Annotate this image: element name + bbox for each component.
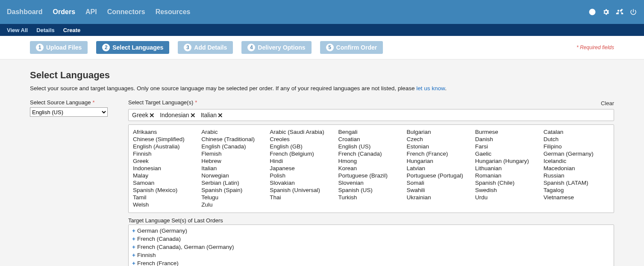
last-order-set[interactable]: +French (France) <box>132 259 610 266</box>
language-option[interactable]: Chinese (Traditional) <box>201 136 267 143</box>
language-option[interactable]: Czech <box>407 136 473 143</box>
language-option[interactable]: Bulgarian <box>407 128 473 136</box>
language-option[interactable]: Norwegian <box>201 172 267 179</box>
language-option[interactable]: Ukrainian <box>407 194 473 201</box>
language-option[interactable]: Hmong <box>338 157 404 165</box>
language-option[interactable]: Somali <box>407 179 473 186</box>
language-option[interactable]: Spanish (LATAM) <box>544 179 609 186</box>
topnav-item[interactable]: Orders <box>53 8 75 16</box>
language-option[interactable]: Spanish (Mexico) <box>133 186 199 194</box>
subnav-item[interactable]: Details <box>36 27 55 33</box>
last-order-set[interactable]: +French (Canada) <box>132 235 610 243</box>
language-option[interactable]: Arabic <box>201 128 267 136</box>
language-option[interactable]: German (Germany) <box>544 150 609 157</box>
last-order-set[interactable]: +French (Canada), German (Germany) <box>132 243 610 251</box>
step-button[interactable]: 1Upload Files <box>30 41 88 54</box>
language-option[interactable]: French (Canada) <box>338 150 404 157</box>
language-option[interactable]: Icelandic <box>544 157 609 165</box>
language-option[interactable]: French (France) <box>407 150 473 157</box>
language-option[interactable]: Hungarian (Hungary) <box>475 157 541 165</box>
language-option[interactable]: Malay <box>133 172 199 179</box>
language-option[interactable]: Spanish (Universal) <box>270 186 335 194</box>
last-order-set[interactable]: +German (Germany) <box>132 227 610 235</box>
language-option[interactable]: Gaelic <box>475 150 541 157</box>
language-option[interactable]: Telugu <box>201 194 267 201</box>
language-option[interactable]: Catalan <box>544 128 609 136</box>
subnav-item[interactable]: Create <box>63 27 80 33</box>
language-option[interactable]: Slovenian <box>338 179 404 186</box>
language-option[interactable]: Farsi <box>475 143 541 150</box>
step-button[interactable]: 4Delivery Options <box>241 41 311 54</box>
language-option[interactable]: Turkish <box>338 194 404 201</box>
language-option[interactable]: French (Belgium) <box>270 150 335 157</box>
language-option[interactable]: Danish <box>475 136 541 143</box>
language-option[interactable]: Latvian <box>407 165 473 172</box>
language-option[interactable]: English (Canada) <box>201 143 267 150</box>
language-option[interactable]: Spanish (Chile) <box>475 179 541 186</box>
language-option[interactable]: Burmese <box>475 128 541 136</box>
language-option[interactable]: Swedish <box>475 186 541 194</box>
language-option[interactable]: Thai <box>270 194 335 201</box>
language-option[interactable]: Romanian <box>475 172 541 179</box>
power-icon[interactable] <box>629 8 637 16</box>
language-option[interactable]: Croatian <box>338 136 404 143</box>
subnav-item[interactable]: View All <box>7 27 28 33</box>
selected-languages-box[interactable]: Greek✕Indonesian✕Italian✕ <box>128 109 614 121</box>
language-option[interactable]: Hindi <box>270 157 335 165</box>
language-option[interactable]: Afrikaans <box>133 128 199 136</box>
language-option[interactable]: Flemish <box>201 150 267 157</box>
language-option[interactable]: Portuguese (Portugal) <box>407 172 473 179</box>
language-option[interactable]: Welsh <box>133 201 199 208</box>
language-option[interactable]: Urdu <box>475 194 541 201</box>
language-option[interactable]: Polish <box>270 172 335 179</box>
step-button[interactable]: 2Select Languages <box>96 41 169 54</box>
language-option[interactable]: Hebrew <box>201 157 267 165</box>
remove-language-icon[interactable]: ✕ <box>218 112 223 118</box>
language-option[interactable]: Slovakian <box>270 179 335 186</box>
language-option[interactable]: Korean <box>338 165 404 172</box>
remove-language-icon[interactable]: ✕ <box>190 112 196 118</box>
language-option[interactable]: Tamil <box>133 194 199 201</box>
source-language-select[interactable]: English (US) <box>30 107 108 117</box>
plus-circle-icon[interactable] <box>588 8 596 16</box>
language-option[interactable]: Italian <box>201 165 267 172</box>
users-icon[interactable] <box>616 8 623 16</box>
language-option[interactable]: Chinese (Simplified) <box>133 136 199 143</box>
step-button[interactable]: 3Add Details <box>178 41 233 54</box>
language-option[interactable]: Estonian <box>407 143 473 150</box>
language-option[interactable]: Swahili <box>407 186 473 194</box>
language-option[interactable]: English (Australia) <box>133 143 199 150</box>
topnav-item[interactable]: Resources <box>156 8 191 16</box>
gear-icon[interactable] <box>602 8 610 16</box>
language-option[interactable]: Vietnamese <box>544 194 609 201</box>
topnav-item[interactable]: Connectors <box>107 8 145 16</box>
language-option[interactable]: Finnish <box>133 150 199 157</box>
language-option[interactable]: Arabic (Saudi Arabia) <box>270 128 335 136</box>
language-option[interactable]: Filipino <box>544 143 609 150</box>
language-option[interactable]: Japanese <box>270 165 335 172</box>
language-option[interactable]: Dutch <box>544 136 609 143</box>
topnav-item[interactable]: API <box>85 8 97 16</box>
language-option[interactable]: Tagalog <box>544 186 609 194</box>
language-option[interactable]: Russian <box>544 172 609 179</box>
language-option[interactable]: English (GB) <box>270 143 335 150</box>
language-option[interactable]: Spanish (Spain) <box>201 186 267 194</box>
clear-button[interactable]: Clear <box>601 100 614 106</box>
language-option[interactable]: Creoles <box>270 136 335 143</box>
language-option[interactable]: Portuguese (Brazil) <box>338 172 404 179</box>
language-option[interactable]: Hungarian <box>407 157 473 165</box>
language-option[interactable]: Lithuanian <box>475 165 541 172</box>
language-option[interactable]: Zulu <box>201 201 267 208</box>
contact-link[interactable]: let us know <box>416 85 445 92</box>
language-option[interactable]: Samoan <box>133 179 199 186</box>
language-option[interactable]: English (US) <box>338 143 404 150</box>
language-option[interactable]: Macedonian <box>544 165 609 172</box>
language-option[interactable]: Spanish (US) <box>338 186 404 194</box>
last-order-set[interactable]: +Finnish <box>132 251 610 259</box>
language-option[interactable]: Serbian (Latin) <box>201 179 267 186</box>
language-option[interactable]: Indonesian <box>133 165 199 172</box>
topnav-item[interactable]: Dashboard <box>7 8 43 16</box>
language-option[interactable]: Bengali <box>338 128 404 136</box>
step-button[interactable]: 5Confirm Order <box>320 41 383 54</box>
remove-language-icon[interactable]: ✕ <box>149 112 155 118</box>
